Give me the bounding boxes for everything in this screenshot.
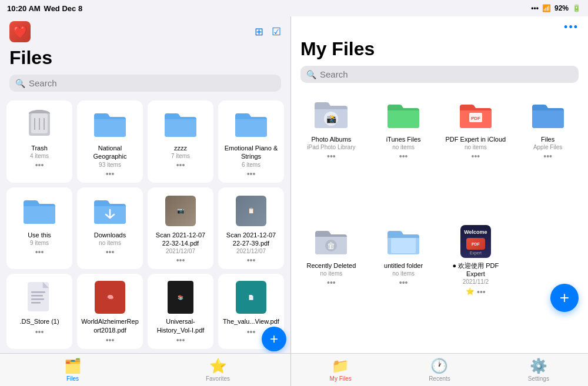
list-item[interactable]: 🧠 WorldAlzheimerReport2018.pdf ••• bbox=[77, 274, 143, 349]
trash-icon bbox=[22, 106, 57, 142]
list-item[interactable]: 📷 Scan 2021-12-07 22-32-14.pdf 2021/12/0… bbox=[148, 187, 213, 270]
battery-icon: 🔋 bbox=[572, 4, 581, 12]
pdf-scan-icon: 📷 bbox=[163, 193, 198, 229]
more-options[interactable]: ••• bbox=[477, 287, 486, 297]
photo-albums-icon: 📸 bbox=[313, 98, 349, 133]
more-options[interactable]: ••• bbox=[247, 256, 256, 265]
date: Wed Dec 8 bbox=[44, 4, 83, 13]
time: 10:20 AM bbox=[7, 4, 41, 13]
list-item[interactable]: Trash 4 items ••• bbox=[6, 100, 72, 183]
file-meta: no items bbox=[99, 240, 121, 246]
left-header: ❤️ ⊞ ☑ bbox=[0, 16, 290, 45]
itunes-folder-icon bbox=[386, 98, 421, 133]
more-options[interactable]: ••• bbox=[176, 256, 185, 265]
list-item[interactable]: 📄 The_valu...View.pdf ••• + bbox=[218, 274, 284, 349]
left-search-bar[interactable]: 🔍 bbox=[9, 75, 281, 92]
more-options[interactable]: ••• bbox=[472, 152, 480, 161]
more-options-right[interactable]: ••• bbox=[564, 21, 579, 33]
pdf-teal-icon: 📄 bbox=[233, 280, 269, 315]
right-nav: 📁 My Files 🕐 Recents ⚙️ Settings bbox=[291, 354, 588, 386]
list-item[interactable]: PDF PDF Expert in iCloud no items ••• bbox=[442, 92, 510, 213]
right-header: ••• bbox=[291, 16, 588, 36]
apple-files-icon bbox=[530, 98, 566, 133]
more-options[interactable]: ••• bbox=[247, 327, 256, 337]
more-options[interactable]: ••• bbox=[176, 160, 185, 170]
more-options[interactable]: ••• bbox=[106, 335, 115, 345]
list-item[interactable]: Emotional Piano & Strings 6 items ••• bbox=[218, 100, 284, 183]
search-icon-right: 🔍 bbox=[306, 70, 316, 79]
file-meta: iPad Photo Library bbox=[307, 144, 355, 150]
file-meta: Apple Files bbox=[533, 144, 562, 150]
main-content: ❤️ ⊞ ☑ Files 🔍 bbox=[0, 16, 588, 353]
select-button[interactable]: ☑ bbox=[272, 25, 281, 38]
more-options[interactable]: ••• bbox=[399, 152, 408, 161]
list-item[interactable]: .DS_Store (1) ••• bbox=[6, 274, 72, 349]
list-item[interactable]: Downloads no items ••• bbox=[77, 187, 143, 270]
right-search-bar[interactable]: 🔍 bbox=[300, 66, 579, 83]
file-name: Recently Deleted bbox=[306, 261, 356, 270]
list-item[interactable]: untitled folder no items ••• bbox=[370, 218, 437, 349]
list-item[interactable]: 📋 Scan 2021-12-07 22-27-39.pdf 2021/12/0… bbox=[218, 187, 284, 270]
list-item[interactable]: Use this 9 items ••• bbox=[6, 187, 72, 270]
nav-item-settings[interactable]: ⚙️ Settings bbox=[489, 354, 588, 386]
list-item[interactable]: iTunes Files no items ••• bbox=[370, 92, 437, 213]
file-name: Files bbox=[541, 135, 554, 143]
left-panel: ❤️ ⊞ ☑ Files 🔍 bbox=[0, 16, 291, 353]
bottom-nav: 🗂️ Files ⭐ Favorites 📁 My Files 🕐 Recent… bbox=[0, 353, 588, 386]
file-name: Downloads bbox=[94, 231, 126, 239]
file-name: WorldAlzheimerReport2018.pdf bbox=[81, 317, 139, 334]
file-meta: 2021/12/07 bbox=[236, 248, 266, 254]
recents-nav-icon: 🕐 bbox=[430, 358, 448, 374]
svg-rect-10 bbox=[31, 298, 44, 300]
folder-icon bbox=[22, 193, 57, 229]
folder-icon bbox=[163, 106, 198, 142]
list-item[interactable]: 📸 Photo Albums iPad Photo Library ••• bbox=[298, 92, 365, 213]
more-options[interactable]: ••• bbox=[327, 152, 336, 161]
list-view-button[interactable]: ⊞ bbox=[255, 25, 263, 38]
svg-text:PDF: PDF bbox=[471, 116, 480, 121]
svg-text:🗑: 🗑 bbox=[327, 241, 335, 250]
pdf-red-icon: 🧠 bbox=[92, 280, 128, 315]
file-name: Emotional Piano & Strings bbox=[222, 144, 280, 161]
nav-item-favorites[interactable]: ⭐ Favorites bbox=[145, 354, 290, 386]
right-search-input[interactable] bbox=[320, 69, 573, 79]
list-item[interactable]: 🗑 Recently Deleted no items ••• bbox=[298, 218, 365, 349]
file-name: National Geographic bbox=[81, 144, 139, 161]
more-options[interactable]: ••• bbox=[106, 247, 115, 257]
bottom-split: 🗂️ Files ⭐ Favorites 📁 My Files 🕐 Recent… bbox=[0, 354, 588, 386]
svg-text:📸: 📸 bbox=[326, 114, 337, 124]
nav-item-recents[interactable]: 🕐 Recents bbox=[390, 354, 489, 386]
list-item[interactable]: zzzz 7 items ••• bbox=[148, 100, 213, 183]
file-name: Universal-History_Vol-I.pdf bbox=[151, 317, 210, 334]
more-options[interactable]: ••• bbox=[35, 160, 44, 170]
left-page-title: Files bbox=[0, 45, 290, 72]
right-page-title: My Files bbox=[291, 36, 588, 63]
more-options[interactable]: ••• bbox=[399, 278, 408, 287]
add-button[interactable]: + bbox=[550, 284, 579, 312]
list-item[interactable]: National Geographic 93 items ••• bbox=[77, 100, 143, 183]
file-meta: 2021/11/2 bbox=[463, 278, 489, 285]
more-options[interactable]: ••• bbox=[327, 278, 336, 287]
myfiles-nav-label: My Files bbox=[330, 375, 352, 382]
add-button-left[interactable]: + bbox=[262, 327, 286, 351]
downloads-folder-icon bbox=[92, 193, 128, 229]
more-options[interactable]: ••• bbox=[247, 169, 256, 179]
left-nav: 🗂️ Files ⭐ Favorites bbox=[0, 354, 291, 386]
nav-item-files[interactable]: 🗂️ Files bbox=[0, 354, 145, 386]
more-options[interactable]: ••• bbox=[543, 152, 552, 161]
more-options[interactable]: ••• bbox=[106, 169, 115, 179]
list-item[interactable]: Welcome PDF Expert ● 欢迎使用 PDF Expert 202… bbox=[442, 218, 510, 349]
more-options[interactable]: ••• bbox=[176, 335, 185, 345]
list-item[interactable]: Files Apple Files ••• bbox=[514, 92, 582, 213]
recently-deleted-icon: 🗑 bbox=[313, 224, 349, 259]
nav-item-myfiles[interactable]: 📁 My Files bbox=[291, 354, 390, 386]
left-search-input[interactable] bbox=[29, 78, 275, 88]
list-item[interactable]: 📚 Universal-History_Vol-I.pdf ••• bbox=[148, 274, 213, 349]
dots-indicator: ••• bbox=[531, 4, 539, 12]
search-icon: 🔍 bbox=[15, 79, 25, 88]
svg-rect-9 bbox=[31, 295, 43, 297]
file-name: ● 欢迎使用 PDF Expert bbox=[446, 261, 506, 278]
more-options[interactable]: ••• bbox=[35, 327, 44, 337]
more-options[interactable]: ••• bbox=[35, 247, 44, 257]
favorites-nav-label: Favorites bbox=[206, 375, 230, 382]
